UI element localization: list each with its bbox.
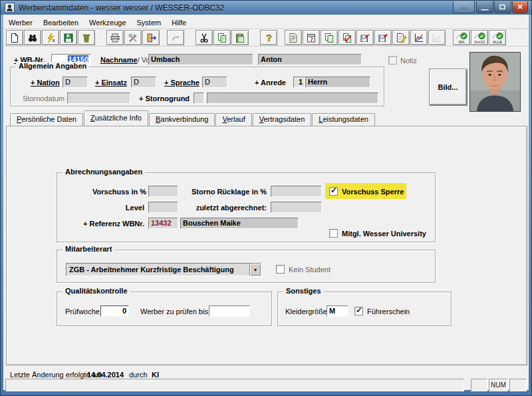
anrede-code-field[interactable]: 1: [293, 77, 305, 88]
combo-dropdown-button[interactable]: ▼: [249, 264, 261, 276]
referenz-name-field[interactable]: Bouschen Maike: [180, 218, 299, 229]
check-anr10-label: Anr10: [474, 40, 485, 44]
save-floppy-icon: [63, 33, 74, 43]
zuletzt-abgerechnet-field[interactable]: [271, 202, 322, 213]
tab-zusaetzliche-info[interactable]: Zusätzliche Info: [84, 110, 148, 126]
tab-vertragsdaten[interactable]: Vertragsdaten: [253, 113, 312, 126]
duplicate-pages-button[interactable]: [321, 30, 338, 45]
find-button[interactable]: [24, 30, 41, 45]
nation-field[interactable]: D: [63, 77, 88, 88]
vorschuss-field[interactable]: [148, 186, 178, 197]
menu-bearbeiten[interactable]: Bearbeiten: [38, 17, 84, 28]
statusbar-message-panel: [5, 379, 464, 391]
flash-find-icon: [45, 33, 56, 43]
stornodatum-field[interactable]: [67, 93, 130, 104]
chart-button[interactable]: [410, 30, 428, 45]
check-alle-label: ALLE: [493, 40, 503, 44]
copy-button[interactable]: [213, 30, 231, 45]
duplicate-pages-icon: [324, 33, 334, 43]
nachname-field[interactable]: Umbach: [148, 54, 253, 65]
toolbar-separator: [3, 46, 529, 47]
einsatz-field[interactable]: D: [131, 77, 156, 88]
window-title: Werberstammdaten - wesser wesser / WESSE…: [19, 3, 224, 13]
anrede-label: + Anrede: [255, 79, 286, 87]
help-button[interactable]: ?: [260, 30, 277, 45]
cut-button[interactable]: [196, 30, 213, 45]
anrede-field[interactable]: Herrn: [305, 77, 370, 88]
level-field[interactable]: [148, 202, 178, 213]
tools-icon: [128, 33, 138, 43]
pages-red-check-icon: [342, 33, 352, 43]
check-ma-button[interactable]: MA: [453, 30, 470, 45]
print-button[interactable]: [106, 30, 124, 45]
qualitaetskontrolle-title: Qualitätskontrolle: [63, 287, 130, 295]
pruefwoche-field[interactable]: 0: [100, 305, 129, 317]
close-icon: ✕: [517, 3, 523, 11]
storno-ruecklage-field[interactable]: [271, 186, 322, 197]
paste-clipboard-icon: [235, 33, 245, 43]
sonstiges-title: Sonstiges: [283, 287, 324, 295]
maximize-button[interactable]: [494, 1, 511, 13]
letzte-aenderung-datum: 14.04.2014: [87, 371, 124, 379]
fuehrerschein-checkbox[interactable]: [354, 307, 363, 315]
mitarbeiterart-combo[interactable]: ZGB - Arbeitnehmer Kurzfristige Beschäft…: [66, 263, 261, 276]
tab-verlauf[interactable]: Verlauf: [215, 113, 251, 126]
exit-button[interactable]: [142, 30, 160, 45]
menu-werber[interactable]: Werber: [3, 17, 38, 28]
note-document-icon: [288, 33, 299, 43]
notiz-checkbox[interactable]: [388, 56, 397, 65]
edit-document-icon: [396, 33, 406, 43]
delete-button[interactable]: [78, 30, 95, 45]
mitglied-checkbox[interactable]: [329, 229, 338, 238]
menu-werkzeuge[interactable]: Werkzeuge: [84, 17, 131, 28]
new-document-icon: [9, 33, 20, 43]
mitglied-label: Mitgl. Wesser University: [342, 230, 426, 238]
mitarbeiterart-selected: ZGB - Arbeitnehmer Kurzfristige Beschäft…: [66, 264, 249, 276]
storno-ruecklage-label: Storno Rücklage in %: [187, 188, 267, 196]
menu-bar: Werber Bearbeiten Werkzeuge System Hilfe: [3, 16, 529, 29]
tools-button[interactable]: [124, 30, 142, 45]
flash-find-button[interactable]: [42, 30, 59, 45]
sprache-field[interactable]: D: [202, 77, 227, 88]
referenz-nr-field[interactable]: 13432: [148, 218, 178, 229]
durch-label: durch: [129, 371, 148, 379]
kein-student-checkbox[interactable]: [276, 265, 285, 274]
statusbar-cap-panel: [471, 379, 487, 391]
paste-button[interactable]: [231, 30, 249, 45]
stornodatum-label: Stornodatum: [23, 95, 65, 102]
minimize-button[interactable]: —: [476, 1, 493, 13]
note-document-button[interactable]: [285, 30, 302, 45]
kleidergroesse-field[interactable]: M: [327, 305, 348, 317]
minimize-icon: —: [481, 5, 489, 13]
tab-persoenliche-daten[interactable]: Persönliche Daten: [10, 113, 83, 126]
bild-button[interactable]: Bild...: [429, 69, 467, 105]
menu-hilfe[interactable]: Hilfe: [166, 17, 192, 28]
check-alle-button[interactable]: ALLE: [489, 30, 506, 45]
find-binoculars-icon: [27, 33, 38, 43]
tab-leistungsdaten[interactable]: Leistungsdaten: [312, 113, 375, 126]
edit-document-button[interactable]: [392, 30, 410, 45]
print-icon: [110, 33, 120, 43]
pruefen-bis-field[interactable]: [209, 305, 250, 317]
floppy-export-button[interactable]: [356, 30, 374, 45]
statusbar-num-panel: NUM: [489, 379, 508, 391]
floppy-import-button[interactable]: [374, 30, 392, 45]
new-document-button[interactable]: [6, 30, 23, 45]
delete-trash-icon: [81, 33, 92, 43]
fuehrerschein-label: Führerschein: [367, 307, 410, 315]
check-anr10-button[interactable]: Anr10: [471, 30, 488, 45]
title-bar[interactable]: Werberstammdaten - wesser wesser / WESSE…: [1, 1, 531, 15]
close-button[interactable]: ✕: [512, 1, 528, 13]
stornogrund-field[interactable]: [207, 93, 378, 104]
tab-bankverbindung[interactable]: Bankverbindung: [149, 113, 215, 126]
window-arrows-button[interactable]: ⇔: [453, 1, 475, 13]
menu-system[interactable]: System: [132, 17, 167, 28]
vorschuss-sperre-checkbox[interactable]: [329, 187, 338, 196]
save-button[interactable]: [60, 30, 77, 45]
pages-check-button[interactable]: [338, 30, 356, 45]
help-question-icon: ?: [263, 33, 274, 43]
durch-value: KI: [152, 371, 159, 379]
vorname-field[interactable]: Anton: [258, 54, 362, 65]
stornogrund-code-field[interactable]: [194, 93, 204, 104]
calendar-button[interactable]: 7: [303, 30, 320, 45]
